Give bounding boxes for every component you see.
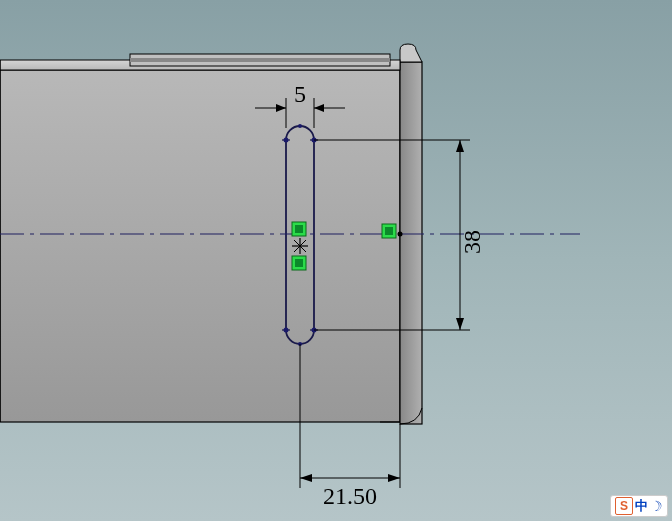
- svg-marker-37: [300, 474, 312, 482]
- cad-viewport[interactable]: 5 38 21.50 S 中 ☽: [0, 0, 672, 521]
- svg-point-22: [398, 232, 403, 237]
- svg-point-8: [284, 328, 289, 333]
- svg-marker-33: [456, 318, 464, 330]
- dimension-value: 21.50: [323, 483, 377, 509]
- svg-rect-19: [295, 259, 303, 267]
- sketch-relation-glyph[interactable]: [292, 222, 306, 236]
- svg-rect-0: [130, 58, 390, 62]
- dimension-value: 5: [294, 81, 306, 107]
- dimension-value: 38: [459, 230, 485, 254]
- ime-sogou-icon: S: [615, 497, 633, 515]
- ime-indicator[interactable]: S 中 ☽: [610, 495, 668, 517]
- part-right-side: [400, 62, 422, 424]
- part-top-tab: [400, 44, 422, 62]
- part-front-face: [0, 70, 400, 422]
- ime-moon-icon: ☽: [650, 498, 663, 514]
- svg-rect-21: [385, 227, 393, 235]
- slot-center-point: [292, 238, 308, 254]
- sketch-relation-glyph[interactable]: [382, 224, 396, 238]
- svg-point-6: [284, 138, 289, 143]
- svg-point-10: [298, 124, 302, 128]
- sketch-relation-glyph[interactable]: [292, 256, 306, 270]
- svg-marker-32: [456, 140, 464, 152]
- svg-marker-38: [388, 474, 400, 482]
- ime-chinese-label: 中: [635, 497, 648, 515]
- svg-rect-17: [295, 225, 303, 233]
